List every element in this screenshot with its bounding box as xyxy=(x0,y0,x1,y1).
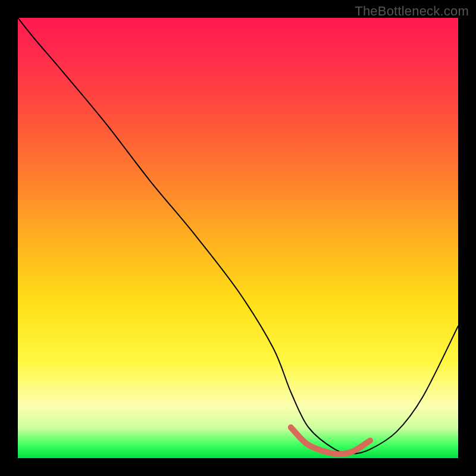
chart-frame xyxy=(18,18,458,458)
chart-curve-layer xyxy=(18,18,458,458)
optimal-highlight xyxy=(291,427,370,454)
bottleneck-curve xyxy=(18,18,458,454)
watermark-text: TheBottleneck.com xyxy=(355,4,469,19)
chart-svg xyxy=(18,18,458,458)
